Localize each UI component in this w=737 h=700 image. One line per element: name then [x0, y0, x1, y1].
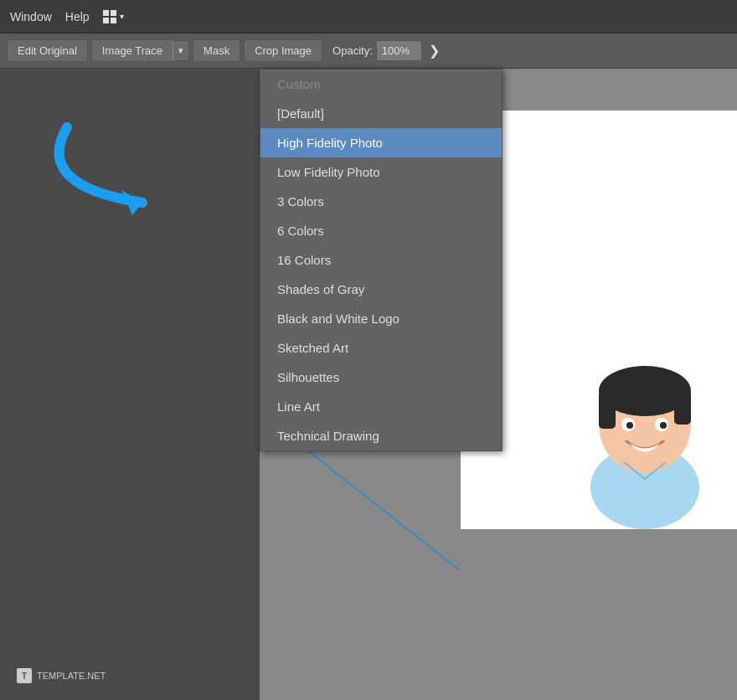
toolbar: Edit Original Image Trace ▾ Mask Crop Im…: [0, 33, 737, 69]
illustration: [553, 295, 737, 529]
opacity-label: Opacity:: [332, 44, 373, 57]
svg-rect-6: [674, 391, 691, 425]
left-panel: [0, 69, 260, 700]
dropdown-item-line-art[interactable]: Line Art: [260, 392, 502, 421]
watermark-text: TEMPLATE.NET: [37, 671, 106, 681]
image-trace-button-group: Image Trace ▾: [91, 39, 189, 62]
menubar: Window Help ▾: [0, 0, 737, 33]
svg-point-9: [626, 422, 633, 429]
dropdown-item-6-colors[interactable]: 6 Colors: [260, 216, 502, 245]
watermark: T TEMPLATE.NET: [17, 668, 106, 683]
dropdown-item-high-fidelity[interactable]: High Fidelity Photo: [260, 128, 502, 157]
dropdown-item-low-fidelity[interactable]: Low Fidelity Photo: [260, 157, 502, 187]
crop-image-button[interactable]: Crop Image: [244, 39, 322, 62]
menu-window[interactable]: Window: [10, 10, 52, 23]
edit-original-button[interactable]: Edit Original: [7, 39, 88, 62]
more-arrow-icon[interactable]: ❯: [429, 43, 440, 59]
dropdown-item-bw-logo[interactable]: Black and White Logo: [260, 304, 502, 333]
dropdown-item-16-colors[interactable]: 16 Colors: [260, 245, 502, 275]
menu-help[interactable]: Help: [65, 10, 90, 23]
arrow-annotation: [17, 119, 234, 236]
dropdown-item-custom: Custom: [260, 69, 502, 99]
workspace-switcher[interactable]: ▾: [103, 10, 124, 23]
svg-line-11: [295, 440, 460, 570]
dropdown-item-shades-gray[interactable]: Shades of Gray: [260, 275, 502, 304]
template-logo-icon: T: [17, 668, 32, 683]
workspace-chevron-icon: ▾: [120, 12, 124, 21]
main-area: Custom [Default] High Fidelity Photo Low…: [0, 69, 737, 700]
dropdown-item-silhouettes[interactable]: Silhouettes: [260, 363, 502, 392]
svg-marker-0: [121, 190, 142, 215]
dropdown-item-technical-drawing[interactable]: Technical Drawing: [260, 421, 502, 450]
mask-button[interactable]: Mask: [193, 39, 240, 62]
dropdown-menu: Custom [Default] High Fidelity Photo Low…: [260, 69, 502, 451]
dropdown-item-default[interactable]: [Default]: [260, 99, 502, 128]
dropdown-item-3-colors[interactable]: 3 Colors: [260, 187, 502, 216]
image-trace-dropdown-button[interactable]: ▾: [173, 40, 189, 61]
image-trace-button[interactable]: Image Trace: [91, 39, 173, 62]
svg-point-10: [660, 422, 667, 429]
dropdown-item-sketched-art[interactable]: Sketched Art: [260, 333, 502, 363]
svg-rect-5: [599, 391, 616, 429]
opacity-input[interactable]: [376, 40, 422, 61]
grid-icon: [103, 10, 116, 23]
